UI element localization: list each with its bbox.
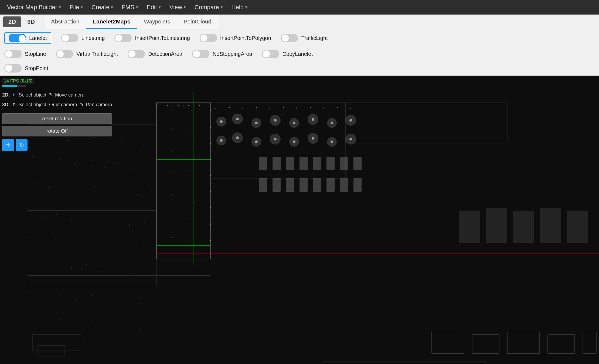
svg-point-113 <box>269 108 270 109</box>
svg-point-13 <box>121 142 122 142</box>
tab-lanelet2maps[interactable]: Lanelet2Maps <box>86 15 137 29</box>
svg-point-110 <box>229 107 230 108</box>
svg-point-119 <box>350 108 351 109</box>
svg-point-178 <box>172 173 173 173</box>
tool-linestring-label: Linestring <box>81 35 105 41</box>
toggle-virtual-traffic-light[interactable] <box>56 50 73 58</box>
toggle-no-stopping-area[interactable] <box>192 50 209 58</box>
svg-point-117 <box>323 108 324 109</box>
svg-point-193 <box>194 245 195 246</box>
tools-row2: StopLine VirtualTrafficLight Detec <box>0 47 599 61</box>
svg-point-94 <box>210 126 211 128</box>
toggle-copy-lanelet[interactable] <box>262 50 279 58</box>
toggle-stopline[interactable] <box>4 50 22 58</box>
svg-point-32 <box>137 194 138 195</box>
tool-linestring[interactable]: Linestring <box>61 34 105 42</box>
tool-traffic-light[interactable]: TrafficLight <box>281 34 328 42</box>
menu-view[interactable]: View ▾ <box>166 2 190 12</box>
menu-file[interactable]: File ▾ <box>66 2 87 12</box>
svg-point-33 <box>151 190 152 191</box>
toggle-insert-point-linestring[interactable] <box>114 34 132 42</box>
tool-no-stopping-area[interactable]: NoStoppingArea <box>192 50 252 58</box>
crosshair-icon: ✛ <box>6 142 11 149</box>
svg-point-114 <box>283 107 284 108</box>
tab-waypoints[interactable]: Waypoints <box>137 15 176 29</box>
toggle-insert-point-polygon[interactable] <box>200 34 217 42</box>
move-icon-button[interactable]: ✛ <box>2 139 14 151</box>
refresh-icon: ↻ <box>19 142 24 149</box>
menu-vector-map-builder[interactable]: Vector Map Builder ▾ <box>3 2 65 12</box>
chevron-down-icon: ▾ <box>245 5 247 10</box>
svg-point-103 <box>211 200 212 200</box>
toggle-detection-area[interactable] <box>128 50 145 58</box>
svg-point-116 <box>310 107 311 108</box>
tool-stopline[interactable]: StopLine <box>4 50 46 58</box>
toggle-traffic-light[interactable] <box>281 34 298 42</box>
tool-lanelet[interactable]: Lanelet <box>4 32 51 44</box>
svg-point-146 <box>255 122 258 124</box>
svg-rect-197 <box>540 208 561 243</box>
tool-copy-lanelet[interactable]: CopyLanelet <box>262 50 313 58</box>
svg-point-59 <box>131 274 131 274</box>
tool-virtual-traffic-light[interactable]: VirtualTrafficLight <box>56 50 118 58</box>
tool-insert-point-polygon-label: InsertPointToPolygon <box>220 35 271 41</box>
svg-rect-130 <box>286 178 294 192</box>
svg-point-27 <box>62 185 63 186</box>
toggle-linestring[interactable] <box>61 34 78 42</box>
tool-detection-area-label: DetectionArea <box>148 51 182 57</box>
svg-point-149 <box>312 118 314 121</box>
view-3d-button[interactable]: 3D <box>22 16 40 27</box>
svg-point-170 <box>172 129 173 130</box>
svg-point-29 <box>94 186 95 187</box>
svg-point-185 <box>194 202 195 203</box>
menu-label-vmb: Vector Map Builder <box>7 4 57 11</box>
tab-abstraction[interactable]: Abstraction <box>45 15 86 29</box>
svg-rect-132 <box>313 178 321 192</box>
svg-rect-126 <box>340 157 348 170</box>
toggle-lanelet[interactable] <box>9 34 26 42</box>
tool-insert-point-linestring[interactable]: InsertPointToLinestring <box>114 34 190 42</box>
menu-help[interactable]: Help ▾ <box>228 2 251 12</box>
tool-detection-area[interactable]: DetectionArea <box>128 50 182 58</box>
svg-point-109 <box>215 108 216 109</box>
svg-point-23 <box>132 169 133 169</box>
svg-point-166 <box>331 140 333 143</box>
menu-fms[interactable]: FMS ▾ <box>118 2 142 12</box>
svg-point-31 <box>124 187 125 188</box>
rotate-off-button[interactable]: rotate Off <box>2 126 112 136</box>
svg-point-91 <box>205 106 206 107</box>
rotate-icon-button[interactable]: ↻ <box>16 139 28 151</box>
tab-bar: Abstraction Lanelet2Maps Waypoints Point… <box>43 15 219 29</box>
svg-point-106 <box>210 224 211 225</box>
menu-create[interactable]: Create ▾ <box>88 2 117 12</box>
menu-edit[interactable]: Edit ▾ <box>143 2 165 12</box>
svg-point-75 <box>124 324 125 324</box>
svg-point-73 <box>91 321 92 322</box>
reset-rotation-button[interactable]: reset rotation <box>2 113 112 124</box>
fps-bar <box>2 85 26 87</box>
svg-point-53 <box>42 266 42 266</box>
svg-rect-122 <box>286 157 294 170</box>
svg-point-183 <box>178 200 178 200</box>
svg-point-99 <box>211 167 212 168</box>
menu-label-create: Create <box>91 4 109 11</box>
tool-insert-point-polygon[interactable]: InsertPointToPolygon <box>200 34 271 42</box>
chevron-down-icon: ▾ <box>184 5 186 10</box>
svg-point-150 <box>331 122 333 124</box>
svg-point-161 <box>236 136 239 139</box>
svg-point-82 <box>156 105 157 106</box>
svg-point-112 <box>256 107 257 108</box>
svg-point-68 <box>140 303 141 304</box>
chevron-down-icon: ▾ <box>59 5 61 10</box>
tool-stoppoint[interactable]: StopPoint <box>4 64 48 73</box>
view-2d-button[interactable]: 2D <box>3 16 21 27</box>
help-2d-label: 2D: <box>2 90 10 100</box>
viewport-area[interactable]: 14 FPS (0-15) 2D: 🖱 Select object 🖱 Move… <box>0 76 599 364</box>
svg-point-108 <box>210 240 211 241</box>
toggle-stoppoint[interactable] <box>4 64 22 73</box>
help-3d-right: Pan camera <box>86 100 112 109</box>
help-row-2d: 2D: 🖱 Select object 🖱 Move camera <box>2 90 112 100</box>
chevron-down-icon: ▾ <box>159 5 161 10</box>
menu-compare[interactable]: Compare ▾ <box>191 2 226 12</box>
tab-pointcloud[interactable]: PointCloud <box>177 15 218 29</box>
